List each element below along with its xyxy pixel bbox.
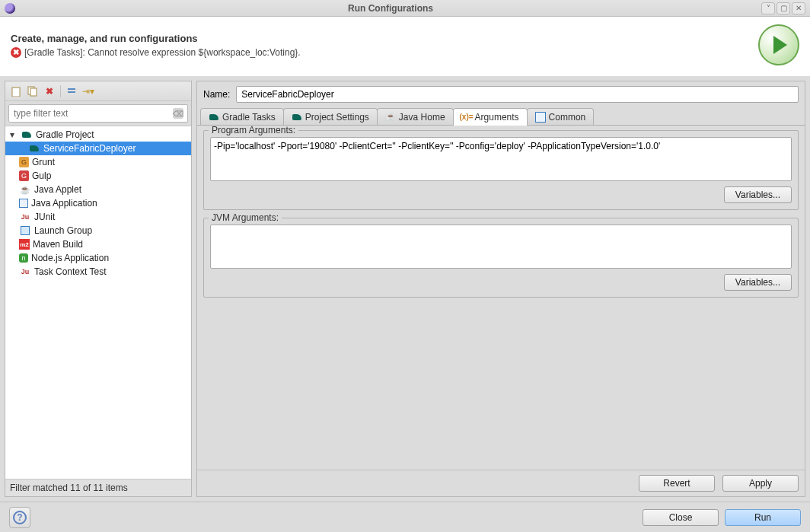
- tree-item-label: Grunt: [32, 157, 55, 167]
- header-title: Create, manage, and run configurations: [11, 33, 301, 44]
- dialog-header: Create, manage, and run configurations ✖…: [0, 17, 810, 76]
- svg-rect-2: [30, 88, 37, 96]
- tab-content: Program Arguments: Variables... JVM Argu…: [197, 126, 805, 470]
- config-tree[interactable]: ▾ Gradle Project ServiceFabricDeployer G…: [5, 126, 191, 479]
- new-config-icon[interactable]: [10, 85, 22, 97]
- tab-label: Java Home: [399, 112, 445, 123]
- tree-item-label: Task Context Test: [34, 266, 107, 277]
- tab-label: Common: [549, 112, 586, 123]
- filter-clear-icon[interactable]: ⌫: [173, 108, 183, 119]
- program-variables-button[interactable]: Variables...: [724, 186, 792, 203]
- launch-group-icon: [19, 225, 31, 236]
- tree-group-gradle[interactable]: ▾ Gradle Project: [5, 128, 191, 142]
- left-panel: ✖ ⇥▾ ⌫ ▾ Gradle Project ServiceFabricDep…: [5, 81, 192, 497]
- error-icon: ✖: [11, 47, 21, 58]
- collapse-all-icon[interactable]: [65, 85, 78, 97]
- gradle-icon: [28, 143, 40, 154]
- tab-label: Project Settings: [305, 112, 369, 123]
- help-button[interactable]: ?: [9, 507, 30, 528]
- jvm-variables-button[interactable]: Variables...: [724, 274, 792, 291]
- jvm-args-label: JVM Arguments:: [209, 212, 282, 223]
- minimize-button[interactable]: ˅: [761, 2, 775, 14]
- tree-item-task-context-test[interactable]: Ju Task Context Test: [5, 265, 191, 279]
- program-arguments-group: Program Arguments: Variables...: [203, 130, 799, 210]
- expander-icon[interactable]: ▾: [10, 129, 18, 140]
- tree-item-java-application[interactable]: Java Application: [5, 196, 191, 210]
- maximize-button[interactable]: ▢: [777, 2, 790, 14]
- grunt-icon: G: [19, 157, 29, 167]
- program-arguments-input[interactable]: [210, 137, 792, 181]
- tree-item-junit[interactable]: Ju JUnit: [5, 210, 191, 224]
- name-input[interactable]: [236, 86, 799, 103]
- header-error: [Gradle Tasks]: Cannot resolve expressio…: [24, 47, 301, 58]
- close-window-button[interactable]: ✕: [792, 2, 805, 14]
- java-app-icon: [19, 199, 28, 208]
- right-panel: Name: Gradle Tasks Project Settings Java…: [196, 81, 805, 497]
- tab-gradle-tasks[interactable]: Gradle Tasks: [200, 108, 284, 125]
- gradle-icon: [292, 112, 302, 123]
- dialog-body: ✖ ⇥▾ ⌫ ▾ Gradle Project ServiceFabricDep…: [0, 76, 810, 502]
- filter-menu-icon[interactable]: ⇥▾: [82, 85, 94, 97]
- svg-rect-4: [68, 91, 75, 93]
- tab-common[interactable]: Common: [527, 108, 595, 125]
- gradle-icon: [21, 129, 33, 140]
- svg-rect-3: [68, 88, 75, 90]
- jvm-arguments-input[interactable]: [210, 225, 792, 269]
- tab-java-home[interactable]: Java Home: [377, 108, 454, 125]
- task-context-icon: Ju: [19, 266, 31, 277]
- gulp-icon: G: [19, 170, 29, 181]
- jvm-arguments-group: JVM Arguments: Variables...: [203, 218, 799, 298]
- tree-item-label: Java Application: [31, 198, 97, 209]
- program-args-label: Program Arguments:: [209, 126, 298, 135]
- tree-item-gulp[interactable]: G Gulp: [5, 169, 191, 183]
- run-hero-icon: [758, 24, 799, 65]
- gradle-icon: [209, 112, 219, 123]
- tab-arguments[interactable]: (x)=Arguments: [453, 108, 528, 125]
- tree-group-label: Gradle Project: [36, 129, 94, 140]
- maven-icon: m2: [19, 239, 30, 250]
- titlebar: Run Configurations ˅ ▢ ✕: [0, 0, 810, 17]
- java-icon: [385, 112, 396, 123]
- dialog-footer: ? Close Run: [0, 502, 810, 532]
- tree-item-maven[interactable]: m2 Maven Build: [5, 237, 191, 251]
- help-icon: ?: [13, 511, 27, 524]
- tree-item-grunt[interactable]: G Grunt: [5, 155, 191, 169]
- panel-actions: Revert Apply: [197, 470, 805, 496]
- tab-project-settings[interactable]: Project Settings: [283, 108, 378, 125]
- window-controls: ˅ ▢ ✕: [761, 2, 805, 14]
- tree-item-label: Launch Group: [34, 225, 92, 236]
- tree-item-servicefabricdeployer[interactable]: ServiceFabricDeployer: [5, 142, 191, 155]
- delete-config-icon[interactable]: ✖: [43, 85, 56, 97]
- close-button[interactable]: Close: [643, 509, 719, 526]
- eclipse-icon: [5, 3, 15, 14]
- filter-input[interactable]: [8, 104, 188, 123]
- common-icon: [535, 112, 546, 123]
- tree-item-label: Maven Build: [33, 239, 83, 250]
- tree-item-label: ServiceFabricDeployer: [43, 143, 136, 154]
- duplicate-config-icon[interactable]: [27, 85, 39, 97]
- node-icon: n: [19, 253, 28, 263]
- tree-item-java-applet[interactable]: Java Applet: [5, 183, 191, 196]
- revert-button[interactable]: Revert: [639, 475, 715, 492]
- tree-item-label: JUnit: [34, 212, 55, 222]
- java-applet-icon: [19, 184, 31, 195]
- name-label: Name:: [203, 89, 230, 100]
- tree-item-nodejs[interactable]: n Node.js Application: [5, 251, 191, 265]
- tree-item-label: Java Applet: [34, 184, 81, 195]
- filter-status: Filter matched 11 of 11 items: [5, 479, 191, 496]
- arguments-icon: (x)=: [461, 112, 472, 123]
- tab-bar: Gradle Tasks Project Settings Java Home …: [197, 107, 805, 126]
- window-title: Run Configurations: [20, 3, 761, 14]
- run-button[interactable]: Run: [725, 509, 801, 526]
- left-toolbar: ✖ ⇥▾: [5, 81, 191, 101]
- tree-item-label: Gulp: [32, 170, 51, 181]
- tree-item-launch-group[interactable]: Launch Group: [5, 224, 191, 237]
- apply-button[interactable]: Apply: [722, 475, 799, 492]
- tab-label: Arguments: [475, 112, 519, 123]
- tree-item-label: Node.js Application: [31, 253, 109, 263]
- svg-rect-0: [12, 88, 20, 97]
- tab-label: Gradle Tasks: [222, 112, 276, 123]
- junit-icon: Ju: [19, 212, 31, 222]
